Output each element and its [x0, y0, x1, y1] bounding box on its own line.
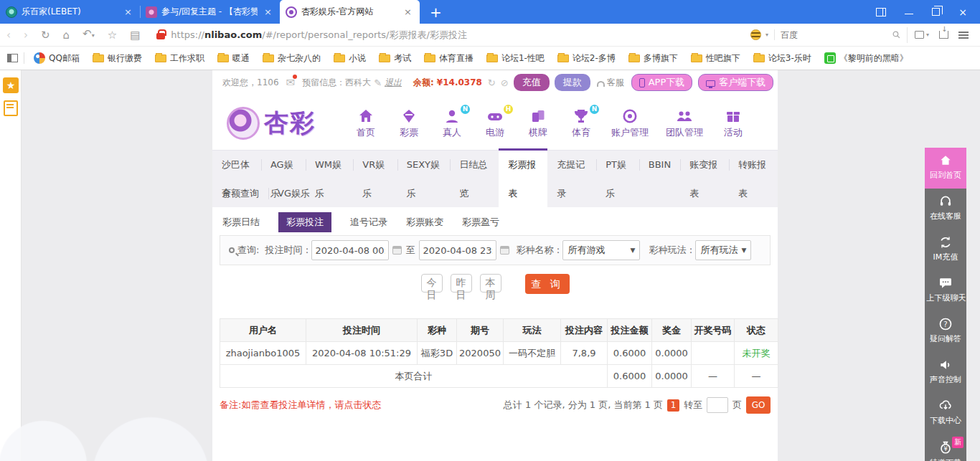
- search-submit-button[interactable]: 查 询: [525, 274, 570, 294]
- tab-balance-query[interactable]: 余额查询: [212, 179, 268, 208]
- cell-status-link[interactable]: 未开奖: [735, 342, 778, 365]
- site-logo[interactable]: 杏彩: [227, 107, 316, 140]
- tab-sexy[interactable]: SEXY娱乐: [397, 151, 451, 179]
- play-select[interactable]: 所有玩法▼: [695, 240, 751, 260]
- subtab-lottery-pnl[interactable]: 彩票盈亏: [462, 216, 499, 229]
- bookmark-folder-7[interactable]: 体育直播: [418, 52, 480, 65]
- bookmark-folder-6[interactable]: 考试: [372, 52, 418, 65]
- browser-search-input[interactable]: [781, 30, 892, 40]
- time-from-input[interactable]: [311, 240, 389, 260]
- restore-icon[interactable]: [932, 8, 940, 16]
- sidebar-item-chat[interactable]: 上下级聊天: [925, 270, 966, 311]
- bookmark-folder-5[interactable]: 小说: [327, 52, 372, 65]
- logout-link[interactable]: 退出: [385, 77, 402, 89]
- undo-icon[interactable]: ↶▾: [76, 23, 101, 47]
- browser-tab-1[interactable]: 乐百家(LEBET) ×: [0, 0, 140, 24]
- client-download-button[interactable]: 客户端下载: [698, 74, 773, 91]
- bee-extension-icon[interactable]: [750, 29, 761, 40]
- sidebar-item-download[interactable]: 下载中心: [925, 393, 966, 434]
- bookmark-folder-2[interactable]: 工作求职: [149, 52, 211, 65]
- app-download-button[interactable]: APP下载: [631, 74, 693, 91]
- subtab-lottery-bets-active[interactable]: 彩票投注: [278, 212, 331, 232]
- thisweek-button[interactable]: 本周: [480, 274, 501, 293]
- withdraw-button[interactable]: 提款: [555, 74, 590, 91]
- tab-daily[interactable]: 日结总览: [450, 151, 499, 179]
- reading-list-icon[interactable]: ▤: [123, 24, 146, 46]
- sidebar-toggle-icon[interactable]: [7, 54, 18, 62]
- tab-ag[interactable]: AG娱乐: [261, 151, 306, 179]
- nav-item-account[interactable]: 账户管理: [611, 108, 649, 139]
- hide-balance-icon[interactable]: ⊘: [501, 77, 509, 88]
- nav-item-team[interactable]: 团队管理: [666, 108, 703, 139]
- bookmark-folder-12[interactable]: 论坛3-乐时: [747, 52, 818, 65]
- extension-caret-icon[interactable]: ▾: [765, 32, 768, 38]
- nav-item-live[interactable]: N 真人: [439, 108, 465, 139]
- goto-page-input[interactable]: [707, 397, 728, 413]
- subtab-lottery-account[interactable]: 彩票账变: [406, 216, 443, 229]
- tab-lottery-report-active[interactable]: 彩票报表: [499, 148, 547, 208]
- tab-deposit[interactable]: 充提记录: [547, 151, 596, 179]
- favorites-star-icon[interactable]: ★: [3, 77, 19, 93]
- favorite-star-icon[interactable]: ☆: [101, 24, 123, 46]
- calendar-icon[interactable]: [500, 246, 509, 255]
- tab3-close-icon[interactable]: ×: [402, 6, 414, 17]
- browser-tab-2[interactable]: 参与/回复主题 - 【杏彩赞 ×: [140, 0, 280, 24]
- new-tab-button[interactable]: +: [420, 1, 452, 23]
- message-envelope-icon[interactable]: ✉: [286, 76, 296, 89]
- today-button[interactable]: 今日: [421, 274, 443, 293]
- nav-item-lottery[interactable]: 彩票: [396, 108, 422, 139]
- bookmark-folder-1[interactable]: 银行缴费: [86, 52, 149, 65]
- bookmark-folder-8[interactable]: 论坛1-性吧: [480, 52, 551, 65]
- bookmark-qq-mail[interactable]: QQ邮箱: [27, 52, 86, 65]
- tab2-close-icon[interactable]: ×: [262, 6, 274, 17]
- tab-vg[interactable]: VG娱乐: [268, 179, 319, 208]
- edit-icon[interactable]: ✎: [374, 77, 382, 88]
- tab-wm[interactable]: WM娱乐: [306, 151, 353, 179]
- back-icon[interactable]: ‹: [0, 24, 17, 46]
- time-to-input[interactable]: [419, 240, 496, 260]
- nav-item-egame[interactable]: H 电游: [482, 108, 508, 139]
- tab-account-change[interactable]: 账变报表: [680, 151, 729, 179]
- search-icon[interactable]: [892, 30, 901, 39]
- sidebar-item-service[interactable]: 在线客服: [925, 189, 966, 229]
- forward-icon[interactable]: ›: [17, 24, 34, 46]
- recharge-button[interactable]: 充值: [514, 74, 550, 91]
- refresh-icon[interactable]: ↻: [34, 24, 57, 46]
- bookmark-folder-4[interactable]: 杂七杂八的: [256, 52, 327, 65]
- capture-caret-icon[interactable]: ▾: [926, 32, 929, 38]
- minimize-icon[interactable]: [905, 14, 913, 14]
- bookmark-novel[interactable]: 《黎明前的黑暗》: [818, 52, 915, 65]
- tab-bbin[interactable]: BBIN: [639, 151, 680, 179]
- notes-memo-icon[interactable]: [4, 100, 18, 116]
- tab-shaba[interactable]: 沙巴体育: [212, 151, 261, 179]
- download-icon[interactable]: [939, 31, 948, 39]
- tab-transfer[interactable]: 转账报表: [729, 151, 778, 179]
- calendar-icon[interactable]: [392, 246, 402, 255]
- sidebar-item-invite-download[interactable]: 新 ¥ 特邀下载: [925, 434, 966, 461]
- tab1-close-icon[interactable]: ×: [122, 6, 134, 17]
- browser-tab-3-active[interactable]: 杏彩娱乐-官方网站 ×: [280, 0, 420, 24]
- game-select[interactable]: 所有游戏▼: [562, 240, 640, 260]
- bookmark-folder-3[interactable]: 暖通: [211, 52, 256, 65]
- bookmark-folder-10[interactable]: 多博旗下: [622, 52, 684, 65]
- bookmark-folder-11[interactable]: 性吧旗下: [684, 52, 747, 65]
- url-field[interactable]: https://nlibao.com/#/report/personal_rep…: [156, 29, 745, 42]
- sidebar-item-home[interactable]: 回到首页: [925, 148, 966, 189]
- yesterday-button[interactable]: 昨日: [451, 274, 472, 293]
- bookmark-folder-9[interactable]: 论坛2-多博: [551, 52, 622, 65]
- nav-item-promo[interactable]: 活动: [720, 108, 746, 139]
- close-window-icon[interactable]: ×: [958, 7, 967, 17]
- sidebar-item-sound[interactable]: 声音控制: [925, 352, 966, 393]
- subtab-lottery-daily[interactable]: 彩票日结: [222, 216, 260, 229]
- sidebar-item-im-recharge[interactable]: IM充值: [925, 229, 966, 270]
- menu-icon[interactable]: [958, 32, 969, 39]
- layout-panel-icon[interactable]: [876, 8, 886, 16]
- go-button[interactable]: GO: [746, 396, 771, 414]
- tab-pt[interactable]: PT娱乐: [596, 151, 639, 179]
- current-page-badge[interactable]: 1: [667, 399, 679, 412]
- refresh-balance-icon[interactable]: ↻: [488, 77, 496, 88]
- capture-icon[interactable]: [915, 31, 924, 39]
- customer-service-link[interactable]: 客服: [597, 77, 624, 89]
- sidebar-item-faq[interactable]: ? 疑问解答: [925, 311, 966, 352]
- home-icon[interactable]: ⌂: [57, 24, 77, 46]
